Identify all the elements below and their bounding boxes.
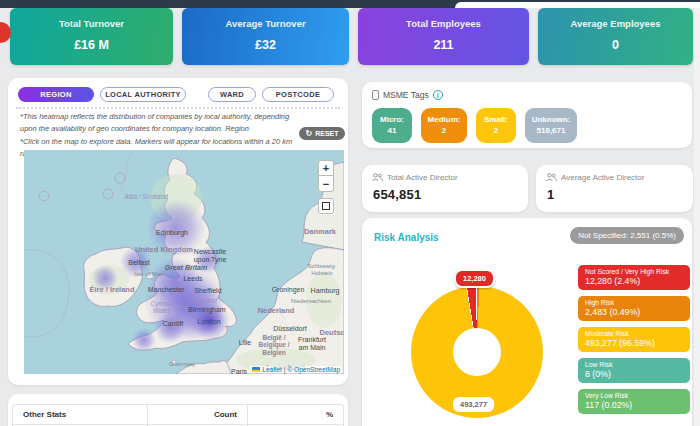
geo-heatmap-panel: REGION LOCAL AUTHORITY WARD POSTCODE *Th… — [8, 78, 348, 385]
badge-label: Small: — [480, 115, 512, 126]
info-icon[interactable]: i — [433, 90, 443, 100]
other-stats-panel: Other Stats Count % New CCJ's 118 0.02 — [8, 394, 348, 426]
risk-analysis-panel: Risk Analysis Not Specified: 2,551 (0.5%… — [362, 218, 692, 426]
card-title: Average Active Director — [561, 173, 644, 182]
map-canvas — [24, 150, 344, 374]
stat-value: £32 — [182, 38, 349, 52]
legend-not-scored-very-high-risk: Not Scored / Very High Risk 12,280 (2.4%… — [578, 265, 690, 290]
tab-local-authority[interactable]: LOCAL AUTHORITY — [100, 87, 186, 102]
divider — [16, 107, 340, 109]
legend-label: Moderate Risk — [585, 330, 683, 337]
stat-label: Average Employees — [538, 18, 693, 29]
legend-value: 2,483 (0.49%) — [585, 307, 683, 317]
ukraine-flag-icon — [252, 367, 260, 372]
legend-value: 493,277 (96.59%) — [585, 338, 683, 348]
donut-label-moderate: 493,277 — [451, 395, 496, 414]
legend-label: High Risk — [585, 299, 683, 306]
table-header-row: Other Stats Count % — [13, 405, 343, 424]
stat-value: 0 — [538, 38, 693, 52]
refresh-icon: ↻ — [305, 130, 312, 138]
legend-value: 117 (0.02%) — [585, 400, 683, 410]
legend-moderate-risk: Moderate Risk 493,277 (96.59%) — [578, 327, 690, 352]
card-title: Total Active Director — [387, 173, 458, 182]
total-active-director-value: 654,851 — [373, 187, 421, 202]
average-active-director-card: Average Active Director 1 — [536, 165, 693, 212]
legend-value: 8 (0%) — [585, 369, 683, 379]
openstreetmap-link[interactable]: © OpenStreetMap — [288, 366, 340, 373]
stat-card-average-employees: Average Employees 0 — [538, 8, 693, 65]
msme-tags-card: MSME Tags i Micro: 41 Medium: 2 Small: 2… — [362, 82, 692, 148]
badge-value: 510,671 — [529, 126, 573, 137]
badge-value: 2 — [480, 126, 512, 137]
people-icon — [372, 173, 383, 182]
stat-label: Average Turnover — [182, 18, 349, 29]
tag-icon — [372, 90, 379, 100]
total-active-director-card: Total Active Director 654,851 — [362, 165, 528, 212]
tab-postcode[interactable]: POSTCODE — [262, 87, 334, 102]
msme-badge-unknown: Unknown: 510,671 — [525, 108, 577, 143]
column-header-other-stats: Other Stats — [13, 405, 147, 424]
badge-label: Unknown: — [529, 115, 573, 126]
dashboard: Total Turnover £16 M Average Turnover £3… — [0, 0, 700, 426]
reset-label: RESET — [315, 130, 338, 137]
average-active-director-value: 1 — [547, 187, 554, 202]
badge-value: 2 — [425, 126, 463, 137]
leaflet-link[interactable]: Leaflet — [262, 366, 282, 373]
donut-label-not-scored: 12,280 — [454, 269, 495, 288]
map-fullscreen-button[interactable] — [318, 198, 334, 214]
tab-region[interactable]: REGION — [18, 87, 94, 102]
badge-label: Medium: — [425, 115, 463, 126]
stat-card-total-turnover: Total Turnover £16 M — [10, 8, 173, 65]
column-header-percent: % — [247, 405, 343, 424]
donut-hole — [453, 328, 501, 376]
column-header-count: Count — [147, 405, 247, 424]
msme-tags-title: MSME Tags — [383, 90, 429, 100]
legend-high-risk: High Risk 2,483 (0.49%) — [578, 296, 690, 321]
card-header: Total Active Director — [372, 173, 458, 182]
map-attribution: Leaflet | © OpenStreetMap — [250, 366, 342, 373]
badge-label: Micro: — [376, 115, 408, 126]
legend-label: Low Risk — [585, 361, 683, 368]
tab-ward[interactable]: WARD — [208, 87, 256, 102]
msme-tags-header: MSME Tags i — [372, 90, 443, 100]
stat-label: Total Turnover — [10, 18, 173, 29]
stat-value: £16 M — [10, 38, 173, 52]
card-header: Average Active Director — [546, 173, 644, 182]
legend-low-risk: Low Risk 8 (0%) — [578, 358, 690, 383]
msme-badge-small: Small: 2 — [476, 108, 516, 143]
stat-card-total-employees: Total Employees 211 — [358, 8, 529, 65]
not-specified-badge: Not Specified: 2,551 (0.5%) — [570, 227, 684, 244]
reset-button[interactable]: ↻ RESET — [299, 127, 345, 140]
legend-value: 12,280 (2.4%) — [585, 276, 683, 286]
msme-badge-micro: Micro: 41 — [372, 108, 412, 143]
legend-very-low-risk: Very Low Risk 117 (0.02%) — [578, 389, 690, 414]
stat-label: Total Employees — [358, 18, 529, 29]
other-stats-table: Other Stats Count % New CCJ's 118 0.02 — [12, 404, 344, 426]
badge-value: 41 — [376, 126, 408, 137]
fullscreen-icon — [322, 202, 330, 210]
legend-label: Very Low Risk — [585, 392, 683, 399]
risk-analysis-title: Risk Analysis — [374, 232, 439, 243]
vertical-scrollbar[interactable] — [694, 8, 700, 426]
uk-heatmap-map[interactable]: Alba / Scotland Edinburgh United Kingdom… — [24, 150, 344, 374]
people-icon — [546, 173, 557, 182]
map-zoom-in-button[interactable]: + — [318, 160, 334, 176]
risk-legend: Not Scored / Very High Risk 12,280 (2.4%… — [578, 265, 690, 414]
msme-badges: Micro: 41 Medium: 2 Small: 2 Unknown: 51… — [372, 108, 577, 143]
map-zoom-out-button[interactable]: − — [318, 176, 334, 192]
stat-value: 211 — [358, 38, 529, 52]
msme-badge-medium: Medium: 2 — [421, 108, 467, 143]
legend-label: Not Scored / Very High Risk — [585, 268, 683, 275]
stat-card-average-turnover: Average Turnover £32 — [182, 8, 349, 65]
attribution-separator: | — [284, 366, 286, 373]
heatmap-description-line1: *This heatmap reflects the distribution … — [20, 111, 298, 135]
